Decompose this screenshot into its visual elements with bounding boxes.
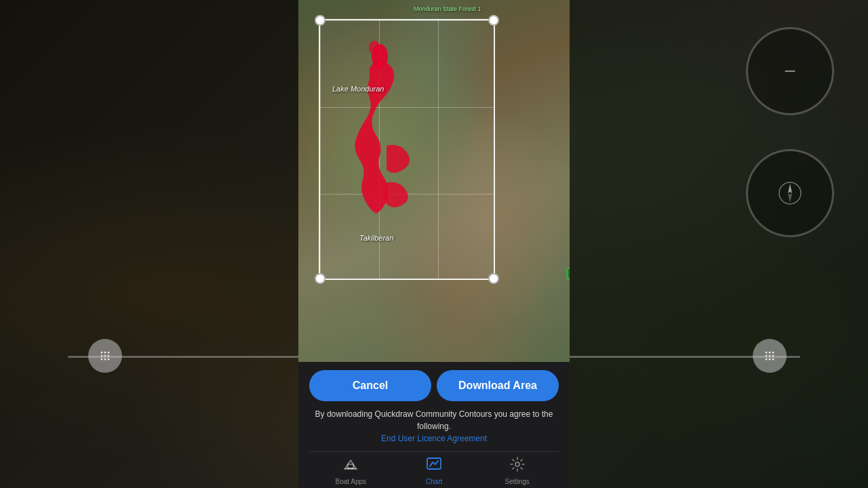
compass-large-control bbox=[746, 149, 834, 237]
bottom-panel: Cancel Download Area By downloading Quic… bbox=[298, 362, 570, 488]
chart-label: Chart bbox=[426, 478, 442, 485]
map-view[interactable]: Monduran State Forest 1 Lake Monduran Ta… bbox=[298, 0, 570, 362]
svg-rect-26 bbox=[348, 464, 353, 468]
boat-apps-label: Boat Apps bbox=[336, 478, 367, 485]
action-buttons-row: Cancel Download Area bbox=[309, 370, 559, 401]
settings-icon bbox=[509, 456, 526, 476]
svg-point-28 bbox=[515, 462, 519, 466]
svg-point-10 bbox=[104, 359, 106, 361]
lake-monduran-label: Lake Monduran bbox=[332, 85, 384, 93]
handle-top-left[interactable] bbox=[315, 15, 326, 26]
tab-boat-apps[interactable]: Boat Apps bbox=[309, 456, 393, 485]
svg-point-18 bbox=[766, 359, 768, 361]
tab-bar: Boat Apps Chart Settin bbox=[309, 451, 559, 488]
svg-point-22 bbox=[369, 41, 380, 54]
road-sign-a47: A47 bbox=[566, 268, 570, 279]
svg-point-14 bbox=[772, 352, 774, 354]
handle-top-right[interactable] bbox=[488, 15, 499, 26]
svg-point-3 bbox=[101, 352, 103, 354]
svg-point-11 bbox=[108, 359, 110, 361]
svg-point-9 bbox=[101, 359, 103, 361]
handle-bottom-right[interactable] bbox=[488, 273, 499, 284]
svg-point-4 bbox=[104, 352, 106, 354]
zoom-out-large-control: − bbox=[746, 27, 834, 115]
fire-area-shape bbox=[339, 37, 434, 227]
monduran-forest-label: Monduran State Forest 1 bbox=[414, 5, 481, 12]
svg-point-19 bbox=[769, 359, 771, 361]
legal-disclaimer: By downloading Quickdraw Community Conto… bbox=[309, 408, 559, 445]
svg-marker-2 bbox=[788, 193, 792, 203]
svg-point-5 bbox=[108, 352, 110, 354]
main-content-area: Monduran State Forest 1 Lake Monduran Ta… bbox=[298, 0, 570, 488]
tab-chart[interactable]: Chart bbox=[393, 456, 476, 485]
tab-settings[interactable]: Settings bbox=[475, 456, 559, 485]
svg-point-12 bbox=[766, 352, 768, 354]
boat-apps-icon bbox=[342, 456, 359, 476]
svg-point-20 bbox=[772, 359, 774, 361]
takilberan-label: Takilberan bbox=[359, 234, 393, 242]
handle-bottom-left[interactable] bbox=[315, 273, 326, 284]
eula-link[interactable]: End User Licence Agreement bbox=[381, 434, 487, 443]
chart-icon bbox=[426, 456, 442, 476]
svg-marker-1 bbox=[788, 184, 792, 193]
settings-label: Settings bbox=[505, 478, 530, 485]
download-area-button[interactable]: Download Area bbox=[437, 370, 559, 401]
cancel-button[interactable]: Cancel bbox=[309, 370, 431, 401]
svg-point-13 bbox=[769, 352, 771, 354]
